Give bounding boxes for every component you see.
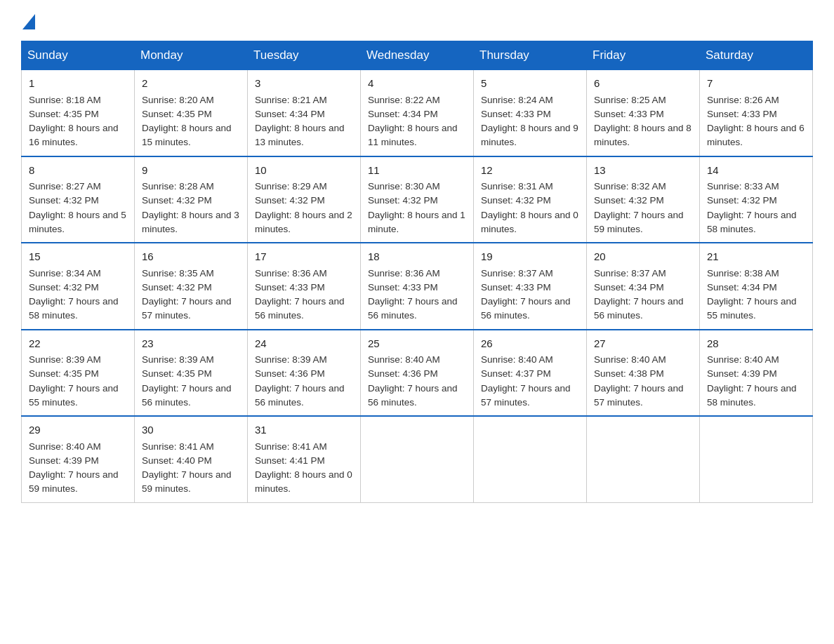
day-number: 30	[142, 422, 240, 438]
calendar-cell: 23Sunrise: 8:39 AMSunset: 4:35 PMDayligh…	[135, 330, 248, 417]
calendar-cell: 17Sunrise: 8:36 AMSunset: 4:33 PMDayligh…	[248, 243, 361, 330]
calendar-cell: 15Sunrise: 8:34 AMSunset: 4:32 PMDayligh…	[22, 243, 135, 330]
calendar-cell: 24Sunrise: 8:39 AMSunset: 4:36 PMDayligh…	[248, 330, 361, 417]
calendar-cell: 4Sunrise: 8:22 AMSunset: 4:34 PMDaylight…	[361, 70, 474, 156]
day-number: 1	[29, 76, 127, 92]
calendar-week-row: 15Sunrise: 8:34 AMSunset: 4:32 PMDayligh…	[22, 243, 813, 330]
day-number: 22	[29, 336, 127, 352]
calendar-cell: 25Sunrise: 8:40 AMSunset: 4:36 PMDayligh…	[361, 330, 474, 417]
calendar-day-header: Saturday	[700, 41, 813, 70]
day-number: 15	[29, 249, 127, 265]
calendar-cell: 10Sunrise: 8:29 AMSunset: 4:32 PMDayligh…	[248, 156, 361, 243]
calendar-cell: 29Sunrise: 8:40 AMSunset: 4:39 PMDayligh…	[22, 416, 135, 502]
day-number: 25	[368, 336, 466, 352]
calendar-day-header: Sunday	[22, 41, 135, 70]
logo-arrow-icon	[22, 14, 35, 29]
calendar-cell	[587, 416, 700, 502]
calendar-day-header: Tuesday	[248, 41, 361, 70]
day-number: 20	[594, 249, 692, 265]
calendar-cell	[700, 416, 813, 502]
day-number: 31	[255, 422, 353, 438]
calendar-cell	[361, 416, 474, 502]
calendar-cell: 9Sunrise: 8:28 AMSunset: 4:32 PMDaylight…	[135, 156, 248, 243]
calendar-week-row: 8Sunrise: 8:27 AMSunset: 4:32 PMDaylight…	[22, 156, 813, 243]
calendar-cell: 6Sunrise: 8:25 AMSunset: 4:33 PMDaylight…	[587, 70, 700, 156]
calendar-cell: 30Sunrise: 8:41 AMSunset: 4:40 PMDayligh…	[135, 416, 248, 502]
calendar-cell: 28Sunrise: 8:40 AMSunset: 4:39 PMDayligh…	[700, 330, 813, 417]
calendar-cell: 8Sunrise: 8:27 AMSunset: 4:32 PMDaylight…	[22, 156, 135, 243]
day-number: 2	[142, 76, 240, 92]
logo	[21, 14, 35, 27]
day-number: 17	[255, 249, 353, 265]
day-number: 14	[707, 163, 805, 179]
calendar-table: SundayMondayTuesdayWednesdayThursdayFrid…	[21, 41, 813, 503]
calendar-cell: 31Sunrise: 8:41 AMSunset: 4:41 PMDayligh…	[248, 416, 361, 502]
calendar-week-row: 1Sunrise: 8:18 AMSunset: 4:35 PMDaylight…	[22, 70, 813, 156]
calendar-cell: 22Sunrise: 8:39 AMSunset: 4:35 PMDayligh…	[22, 330, 135, 417]
day-number: 11	[368, 163, 466, 179]
calendar-cell: 13Sunrise: 8:32 AMSunset: 4:32 PMDayligh…	[587, 156, 700, 243]
day-number: 4	[368, 76, 466, 92]
calendar-cell: 18Sunrise: 8:36 AMSunset: 4:33 PMDayligh…	[361, 243, 474, 330]
calendar-header-row: SundayMondayTuesdayWednesdayThursdayFrid…	[22, 41, 813, 70]
calendar-cell: 7Sunrise: 8:26 AMSunset: 4:33 PMDaylight…	[700, 70, 813, 156]
calendar-cell	[474, 416, 587, 502]
day-number: 6	[594, 76, 692, 92]
calendar-cell: 26Sunrise: 8:40 AMSunset: 4:37 PMDayligh…	[474, 330, 587, 417]
calendar-cell: 2Sunrise: 8:20 AMSunset: 4:35 PMDaylight…	[135, 70, 248, 156]
calendar-cell: 27Sunrise: 8:40 AMSunset: 4:38 PMDayligh…	[587, 330, 700, 417]
calendar-day-header: Friday	[587, 41, 700, 70]
day-number: 13	[594, 163, 692, 179]
day-number: 9	[142, 163, 240, 179]
calendar-cell: 19Sunrise: 8:37 AMSunset: 4:33 PMDayligh…	[474, 243, 587, 330]
calendar-cell: 5Sunrise: 8:24 AMSunset: 4:33 PMDaylight…	[474, 70, 587, 156]
day-number: 7	[707, 76, 805, 92]
calendar-cell: 1Sunrise: 8:18 AMSunset: 4:35 PMDaylight…	[22, 70, 135, 156]
calendar-day-header: Thursday	[474, 41, 587, 70]
day-number: 8	[29, 163, 127, 179]
day-number: 3	[255, 76, 353, 92]
day-number: 23	[142, 336, 240, 352]
calendar-day-header: Wednesday	[361, 41, 474, 70]
page-header	[21, 14, 813, 27]
day-number: 26	[481, 336, 579, 352]
calendar-cell: 11Sunrise: 8:30 AMSunset: 4:32 PMDayligh…	[361, 156, 474, 243]
calendar-cell: 16Sunrise: 8:35 AMSunset: 4:32 PMDayligh…	[135, 243, 248, 330]
calendar-cell: 3Sunrise: 8:21 AMSunset: 4:34 PMDaylight…	[248, 70, 361, 156]
day-number: 12	[481, 163, 579, 179]
day-number: 16	[142, 249, 240, 265]
day-number: 29	[29, 422, 127, 438]
day-number: 21	[707, 249, 805, 265]
day-number: 10	[255, 163, 353, 179]
day-number: 5	[481, 76, 579, 92]
calendar-week-row: 29Sunrise: 8:40 AMSunset: 4:39 PMDayligh…	[22, 416, 813, 502]
day-number: 28	[707, 336, 805, 352]
day-number: 27	[594, 336, 692, 352]
calendar-week-row: 22Sunrise: 8:39 AMSunset: 4:35 PMDayligh…	[22, 330, 813, 417]
day-number: 24	[255, 336, 353, 352]
calendar-cell: 12Sunrise: 8:31 AMSunset: 4:32 PMDayligh…	[474, 156, 587, 243]
logo-top	[21, 14, 35, 29]
calendar-cell: 14Sunrise: 8:33 AMSunset: 4:32 PMDayligh…	[700, 156, 813, 243]
calendar-cell: 20Sunrise: 8:37 AMSunset: 4:34 PMDayligh…	[587, 243, 700, 330]
day-number: 18	[368, 249, 466, 265]
calendar-day-header: Monday	[135, 41, 248, 70]
calendar-cell: 21Sunrise: 8:38 AMSunset: 4:34 PMDayligh…	[700, 243, 813, 330]
day-number: 19	[481, 249, 579, 265]
